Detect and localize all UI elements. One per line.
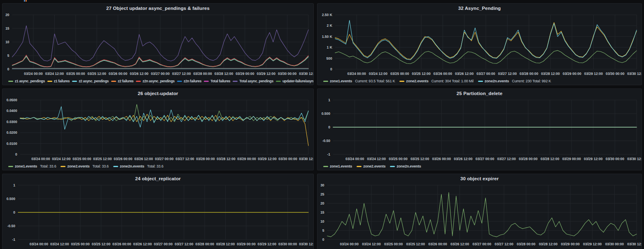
svg-text:5: 5 [322, 228, 324, 233]
legend-series-stats: Current: 304 Total: 1.00 Mil [431, 79, 473, 83]
object-expirer-chart[interactable]: 05101520253003/24 00:0003/24 12:0003/25 … [317, 182, 642, 248]
legend-item[interactable]: zone1.eventsTotal: 33.6 [8, 164, 56, 168]
svg-text:03/29 00:00: 03/29 00:00 [237, 242, 256, 246]
svg-text:03/30 12:00: 03/30 12:00 [627, 72, 642, 76]
legend-series-stats: Total: 33.6 [93, 164, 109, 168]
svg-text:03/25 12:00: 03/25 12:00 [87, 72, 106, 76]
chart-canvas[interactable]: 0510152003/24 00:0003/24 12:0003/25 00:0… [2, 12, 313, 77]
panel-title[interactable]: 25 Partiotion_delete [317, 89, 642, 97]
svg-text:03/28 00:00: 03/28 00:00 [519, 157, 538, 161]
legend-series-name: zone1.events [15, 164, 37, 168]
legend-item[interactable]: z2n async_pendings [136, 79, 175, 83]
svg-text:03/25 00:00: 03/25 00:00 [390, 72, 409, 76]
legend-item[interactable]: z2n failures [177, 79, 201, 83]
svg-text:03/28 12:00: 03/28 12:00 [541, 72, 560, 76]
legend-item[interactable]: zone2.eventsCurrent: 304 Total: 1.00 Mil [399, 79, 473, 83]
svg-text:03/27 12:00: 03/27 12:00 [175, 242, 194, 246]
panel-title[interactable]: 27 Object updator async_pendings & failu… [2, 4, 313, 12]
svg-text:03/30 00:00: 03/30 00:00 [606, 72, 625, 76]
legend-item[interactable]: z2 async_pendings [72, 79, 109, 83]
panel-title[interactable]: 24 object_replicator [2, 174, 313, 182]
clipped-content-artifact [24, 0, 27, 2]
async-pending-chart[interactable]: 05001 K1.50 K2 K2.50 K03/24 00:0003/24 1… [317, 12, 642, 77]
svg-text:03/28 00:00: 03/28 00:00 [193, 72, 212, 76]
chart-canvas[interactable]: -1-0.5000.500103/24 00:0003/24 12:0003/2… [2, 182, 313, 248]
panel-object-updator: 26 object-updator 00.01000.02000.03000.0… [2, 88, 314, 170]
svg-text:30: 30 [320, 183, 324, 187]
legend-item[interactable]: zone1.events [323, 164, 352, 168]
legend-item[interactable]: Total failures [204, 79, 230, 83]
legend-series-name: z2n async_pendings [142, 79, 175, 83]
svg-text:03/29 12:00: 03/29 12:00 [584, 157, 603, 161]
svg-text:03/28 12:00: 03/28 12:00 [215, 72, 233, 76]
legend-series-name: Total failures [210, 79, 230, 83]
panel-title[interactable]: 32 Async_Pending [317, 4, 642, 12]
legend-series-name: zone1.events [330, 79, 352, 83]
svg-text:20: 20 [5, 13, 9, 17]
legend-series-color-mark [113, 166, 118, 167]
svg-text:10: 10 [320, 219, 324, 223]
svg-text:03/30 12:00: 03/30 12:00 [299, 157, 313, 161]
legend-series-stats: Total: 33.6 [147, 164, 163, 168]
dashboard-grid: 27 Object updator async_pendings & failu… [0, 0, 644, 249]
legend-series-color-mark [111, 81, 116, 82]
svg-text:03/28 12:00: 03/28 12:00 [217, 157, 236, 161]
svg-text:03/30 00:00: 03/30 00:00 [278, 242, 297, 246]
object-updator-chart[interactable]: 00.01000.02000.03000.04000.050003/24 00:… [2, 97, 313, 163]
legend-series-name: z2 async_pendings [79, 79, 109, 83]
legend-item[interactable]: zone2n.eventsTotal: 33.6 [113, 164, 163, 168]
svg-text:03/25 12:00: 03/25 12:00 [406, 242, 425, 246]
legend-series-stats: Total: 33.6 [40, 164, 56, 168]
chart-canvas[interactable]: 05101520253003/24 00:0003/24 12:0003/25 … [317, 182, 642, 248]
legend-series-color-mark [390, 166, 395, 167]
svg-text:0: 0 [7, 67, 9, 71]
legend-series-color-mark [233, 81, 238, 82]
svg-text:03/24 12:00: 03/24 12:00 [45, 72, 64, 76]
legend-item[interactable]: zone2n.events [390, 164, 421, 168]
legend-series-color-mark [8, 166, 13, 167]
svg-text:0: 0 [13, 210, 15, 214]
legend-item[interactable]: z2 failures [111, 79, 133, 83]
partition-delete-chart[interactable]: -1-0.5000.500103/24 00:0003/24 12:0003/2… [317, 97, 642, 163]
svg-text:500: 500 [327, 56, 332, 61]
svg-text:03/26 00:00: 03/26 00:00 [114, 157, 133, 161]
svg-text:03/27 00:00: 03/27 00:00 [476, 72, 495, 76]
chart-legend: z1 async_pendingsz1 failuresz2 async_pen… [8, 77, 313, 85]
legend-item[interactable]: Total async_pendings [233, 79, 273, 83]
svg-text:0.0200: 0.0200 [7, 130, 17, 135]
artifact-pixel [26, 0, 27, 2]
async-pendings-failures-chart[interactable]: 0510152003/24 00:0003/24 12:0003/25 00:0… [2, 12, 313, 77]
svg-text:03/30 12:00: 03/30 12:00 [299, 72, 313, 76]
panel-partition-delete: 25 Partiotion_delete -1-0.5000.500103/24… [317, 88, 642, 170]
svg-text:1: 1 [13, 183, 15, 187]
legend-item[interactable]: zone2n.eventsCurrent: 230 Total: 992 K [478, 79, 551, 83]
svg-text:03/24 00:00: 03/24 00:00 [31, 157, 50, 161]
legend-item[interactable]: z1 failures [47, 79, 70, 83]
svg-text:03/24 00:00: 03/24 00:00 [30, 242, 49, 246]
legend-item[interactable]: z1 async_pendings [8, 79, 45, 83]
chart-canvas[interactable]: -1-0.5000.500103/24 00:0003/24 12:0003/2… [317, 97, 642, 163]
panel-object-updator-async-pendings-failures: 27 Object updator async_pendings & failu… [2, 3, 314, 85]
legend-series-name: zone2n.events [397, 164, 421, 168]
legend-item[interactable]: zone2.eventsTotal: 33.6 [61, 164, 108, 168]
svg-text:03/30 00:00: 03/30 00:00 [278, 157, 297, 161]
legend-series-name: z2n failures [184, 79, 201, 83]
legend-series-color-mark [323, 81, 328, 82]
object-replicator-chart[interactable]: -1-0.5000.500103/24 00:0003/24 12:0003/2… [2, 182, 313, 248]
svg-text:03/27 12:00: 03/27 12:00 [497, 157, 516, 161]
svg-text:0.0400: 0.0400 [7, 109, 17, 113]
legend-item[interactable]: zone2.events [357, 164, 385, 168]
panel-title[interactable]: 26 object-updator [2, 89, 313, 97]
legend-series-name: z1 failures [54, 79, 70, 83]
legend-item[interactable]: updater-failure/async [276, 79, 313, 83]
svg-text:03/30 12:00: 03/30 12:00 [299, 242, 313, 246]
legend-item[interactable]: zone1.eventsCurrent: 93.5 Total: 561 K [323, 79, 395, 83]
chart-canvas[interactable]: 00.01000.02000.03000.04000.050003/24 00:… [2, 97, 313, 163]
svg-text:03/27 00:00: 03/27 00:00 [151, 72, 170, 76]
svg-text:03/26 12:00: 03/26 12:00 [454, 157, 473, 161]
svg-text:2 K: 2 K [327, 23, 333, 28]
panel-title[interactable]: 30 object expirer [317, 174, 642, 182]
chart-canvas[interactable]: 05001 K1.50 K2 K2.50 K03/24 00:0003/24 1… [317, 12, 642, 77]
svg-text:03/30 00:00: 03/30 00:00 [605, 242, 624, 246]
legend-series-color-mark [47, 81, 52, 82]
